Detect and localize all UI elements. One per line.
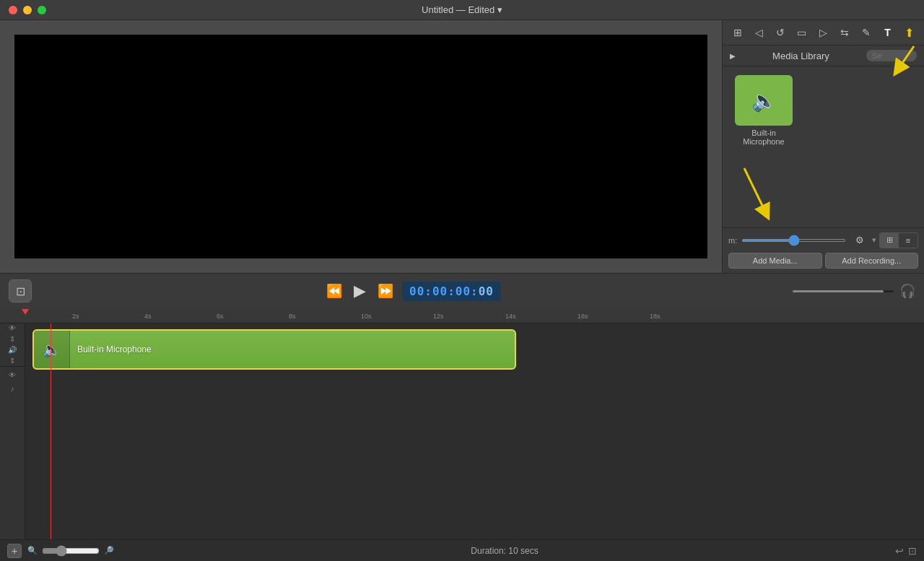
track-lock-btn[interactable]: ⇕ [6,357,18,365]
media-panel-bottom: m: ⚙ ▾ ⊞ ≡ Add Media... Add Recording... [723,227,924,273]
settings-dropdown-icon: ▾ [872,235,876,245]
media-library-title: Media Library [741,51,860,61]
zoom-out-icon: 🔍 [27,546,38,555]
media-search-input[interactable] [866,50,917,61]
titlebar: Untitled — Edited ▾ [0,0,924,20]
settings-icon-btn[interactable]: ⚙ [850,232,869,248]
track-area: 🔈 Built-in Microphone [25,323,924,540]
timeline-zoom-controls: 🔍 🔎 [27,545,114,557]
ruler-marks-container: 2s 4s 6s 8s 10s 12s 14s 16s 18s [0,309,924,321]
fast-forward-button[interactable]: ⏩ [375,280,396,302]
media-panel: ⊞ ◁ ↺ ▭ ▷ ⇆ ✎ T ⬆ ▶ Media Library 🔈 Buil… [722,20,924,273]
track-clip[interactable]: 🔈 Built-in Microphone [32,329,516,370]
media-panel-header: ▶ Media Library [723,45,924,66]
loop-icon-btn[interactable]: ⇆ [835,25,854,40]
volume-bar [793,290,894,292]
ruler-mark-18s: 18s [650,313,661,320]
fit-to-window-btn[interactable]: ↩ [895,545,904,557]
clip-label: Built-in Microphone [70,344,159,355]
ruler-mark-14s: 14s [505,313,516,320]
ruler-mark-10s: 10s [361,313,372,320]
media-content: 🔈 Built-in Microphone [723,66,924,227]
volume-section: 🎧 [793,283,915,299]
playhead-triangle [22,309,29,315]
timeline-layout-btn[interactable]: ⊡ [908,545,917,557]
speaker-icon: 🔈 [751,89,777,113]
zoom-in-icon: 🔎 [104,546,114,555]
media-panel-toolbar: ⊞ ◁ ↺ ▭ ▷ ⇆ ✎ T ⬆ [723,20,924,45]
headphones-button[interactable]: 🎧 [899,283,915,299]
main-content: ⊞ ◁ ↺ ▭ ▷ ⇆ ✎ T ⬆ ▶ Media Library 🔈 Buil… [0,20,924,273]
preview-section [0,20,722,273]
ruler-mark-4s: 4s [144,313,152,320]
timeline-content: 👁 ⇕ 🔊 ⇕ 👁 ♪ 🔈 Built-in Microphone [0,323,924,540]
track-lower-controls: 👁 ♪ [0,367,25,398]
timeline-ruler: 2s 4s 6s 8s 10s 12s 14s 16s 18s [0,309,924,323]
add-recording-button[interactable]: Add Recording... [825,253,919,269]
timecode-value: 00:00:00 [409,284,471,298]
zoom-row: m: ⚙ ▾ ⊞ ≡ [728,232,918,248]
audio-icon-btn[interactable]: ◁ [750,25,769,40]
transport-controls: ⏪ ▶ ⏩ 00:00:00:00 [40,279,784,303]
clip-icon: 🔈 [34,331,70,368]
track-controls: 👁 ⇕ 🔊 ⇕ [0,323,25,367]
playhead-line [51,323,51,540]
timeline-bottom: + 🔍 🔎 Duration: 10 secs ↩ ⊡ [0,539,924,561]
timecode-frames: 00 [479,284,494,298]
zoom-label: m: [728,236,737,245]
media-actions: Add Media... Add Recording... [728,253,918,269]
monitor-icon-btn[interactable]: ▭ [793,25,811,40]
list-view-btn[interactable]: ≡ [899,233,918,248]
add-media-button[interactable]: Add Media... [728,253,822,269]
timeline-bottom-right: ↩ ⊡ [895,545,917,557]
media-item-builtin-mic[interactable]: 🔈 Built-in Microphone [731,75,796,146]
video-preview [14,35,707,258]
window-controls [9,6,46,14]
add-track-button[interactable]: + [7,544,22,558]
undo-icon-btn[interactable]: ↺ [771,25,790,40]
ruler-mark-2s: 2s [72,313,79,320]
minimize-button[interactable] [23,6,32,14]
timeline-sidebar: 👁 ⇕ 🔊 ⇕ 👁 ♪ [0,323,25,540]
timeline-zoom-slider[interactable] [42,545,100,557]
media-item-label: Built-in Microphone [731,129,796,146]
track-vis2-btn[interactable]: 👁 [6,370,18,381]
filmstrip-icon-btn[interactable]: ⊞ [728,25,747,40]
view-toggle: ⊞ ≡ [879,232,918,248]
grid-view-btn[interactable]: ⊞ [880,233,899,248]
timeline-area: 2s 4s 6s 8s 10s 12s 14s 16s 18s 👁 ⇕ 🔊 ⇕ … [0,309,924,562]
rewind-button[interactable]: ⏪ [323,280,345,302]
track-expand-btn[interactable]: ⇕ [6,335,18,343]
duration-label: Duration: 10 secs [120,546,889,556]
play-icon-btn[interactable]: ▷ [814,25,833,40]
maximize-button[interactable] [38,6,46,14]
window-title: Untitled — Edited ▾ [422,4,502,15]
play-button[interactable]: ▶ [351,279,369,303]
ruler-mark-6s: 6s [217,313,224,320]
view-controls: ⚙ ▾ ⊞ ≡ [850,232,918,248]
ruler-mark-16s: 16s [578,313,588,320]
ruler-mark-8s: 8s [289,313,296,320]
track-audio-btn[interactable]: ♪ [6,383,18,395]
zoom-slider[interactable] [741,239,846,242]
panel-play-icon[interactable]: ▶ [730,52,736,60]
export-icon-btn[interactable]: ⬆ [899,25,918,40]
timecode-display: 00:00:00:00 [402,282,501,301]
media-thumbnail: 🔈 [735,75,793,126]
close-button[interactable] [9,6,17,14]
ruler-mark-12s: 12s [433,313,444,320]
crop-button[interactable]: ⊡ [9,279,32,303]
transport-bar: ⊡ ⏪ ▶ ⏩ 00:00:00:00 🎧 [0,273,924,309]
pen-icon-btn[interactable]: ✎ [857,25,876,40]
text-icon-btn[interactable]: T [879,25,897,40]
volume-fill [793,290,884,292]
track-visibility-btn[interactable]: 👁 [6,324,18,332]
track-mute-btn[interactable]: 🔊 [6,346,18,354]
